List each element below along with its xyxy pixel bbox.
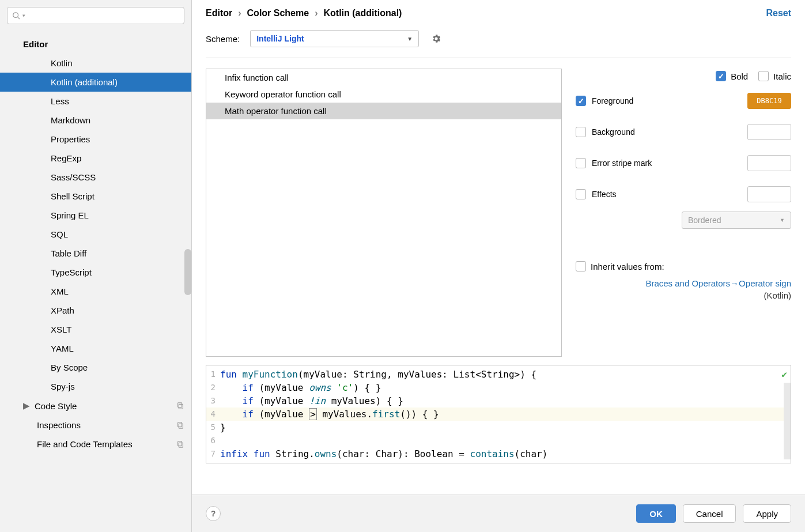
- inherit-label: Inherit values from:: [591, 262, 664, 271]
- foreground-checkbox[interactable]: [576, 96, 586, 106]
- effects-label: Effects: [592, 190, 617, 199]
- crumb-kotlin-additional: Kotlin (additional): [323, 8, 402, 18]
- svg-rect-4: [179, 424, 183, 428]
- svg-rect-3: [178, 403, 182, 408]
- crumb-color-scheme[interactable]: Color Scheme: [247, 8, 309, 18]
- tree-item-label: Kotlin: [51, 58, 73, 68]
- expand-arrow-icon[interactable]: ▶: [23, 401, 29, 411]
- tree-item-label: Spy-js: [51, 382, 75, 391]
- effects-type-select: Bordered ▼: [682, 212, 791, 229]
- tree-item-spy-js[interactable]: Spy-js: [0, 377, 191, 396]
- main-panel: Editor › Color Scheme › Kotlin (addition…: [192, 0, 805, 532]
- settings-tree[interactable]: Editor KotlinKotlin (additional)LessMark…: [0, 31, 191, 532]
- tree-item-by-scope[interactable]: By Scope: [0, 358, 191, 377]
- search-icon: [12, 12, 20, 20]
- tree-item-kotlin[interactable]: Kotlin: [0, 54, 191, 73]
- tree-item-kotlin-additional-[interactable]: Kotlin (additional): [0, 73, 191, 92]
- tree-item-label: Markdown: [51, 115, 90, 125]
- inherit-sub: (Kotlin): [576, 290, 791, 300]
- tree-item-regexp[interactable]: RegExp: [0, 149, 191, 168]
- background-swatch[interactable]: [747, 124, 791, 140]
- bold-checkbox[interactable]: Bold: [716, 71, 748, 81]
- tree-item-code-style[interactable]: ▶Code Style: [0, 396, 191, 416]
- tree-item-label: XSLT: [51, 325, 71, 334]
- tree-item-properties[interactable]: Properties: [0, 130, 191, 149]
- error-stripe-swatch[interactable]: [747, 155, 791, 171]
- tree-item-label: XPath: [51, 305, 74, 315]
- tree-item-xml[interactable]: XML: [0, 282, 191, 301]
- tree-item-label: Spring EL: [51, 210, 89, 220]
- scheme-gear-button[interactable]: [429, 32, 443, 46]
- copy-icon[interactable]: [176, 421, 184, 429]
- tree-item-typescript[interactable]: TypeScript: [0, 263, 191, 282]
- tree-item-shell-script[interactable]: Shell Script: [0, 187, 191, 206]
- tree-item-markdown[interactable]: Markdown: [0, 111, 191, 130]
- scheme-label: Scheme:: [206, 34, 240, 44]
- tree-item-sql[interactable]: SQL: [0, 225, 191, 244]
- code-preview[interactable]: ✔ 1fun myFunction(myValue: String, myVal…: [206, 365, 791, 463]
- tree-item-label: Shell Script: [51, 191, 95, 201]
- bold-label: Bold: [731, 71, 748, 81]
- tree-item-sass-scss[interactable]: Sass/SCSS: [0, 168, 191, 187]
- foreground-swatch[interactable]: DB8C19: [747, 93, 791, 109]
- gear-icon: [431, 33, 441, 44]
- copy-icon[interactable]: [176, 402, 184, 410]
- error-stripe-label: Error stripe mark: [592, 159, 652, 168]
- effects-checkbox[interactable]: [576, 189, 586, 199]
- color-element-keyword-operator-function-call[interactable]: Keyword operator function call: [206, 86, 561, 103]
- inspection-ok-icon[interactable]: ✔: [781, 368, 787, 381]
- checkbox-icon: [758, 71, 769, 81]
- tree-item-label: Code Style: [35, 401, 77, 411]
- tree-item-label: RegExp: [51, 153, 81, 163]
- help-button[interactable]: ?: [206, 506, 221, 521]
- preview-scrollbar[interactable]: [784, 383, 791, 459]
- tree-item-xpath[interactable]: XPath: [0, 301, 191, 320]
- breadcrumb: Editor › Color Scheme › Kotlin (addition…: [206, 8, 791, 18]
- tree-item-label: XML: [51, 286, 69, 296]
- foreground-label: Foreground: [592, 96, 633, 105]
- ok-button[interactable]: OK: [636, 504, 676, 523]
- svg-line-1: [18, 17, 20, 20]
- tree-item-spring-el[interactable]: Spring EL: [0, 206, 191, 225]
- reset-link[interactable]: Reset: [766, 8, 791, 18]
- tree-item-xslt[interactable]: XSLT: [0, 320, 191, 339]
- error-stripe-checkbox[interactable]: [576, 158, 586, 168]
- color-element-infix-function-call[interactable]: Infix function call: [206, 69, 561, 86]
- tree-item-label: Properties: [51, 134, 90, 144]
- settings-search[interactable]: ▾: [7, 7, 184, 24]
- chevron-down-icon: ▼: [407, 36, 413, 42]
- tree-item-label: Less: [51, 96, 69, 106]
- copy-icon[interactable]: [176, 440, 184, 448]
- tree-item-label: Kotlin (additional): [51, 77, 118, 87]
- crumb-sep: ›: [315, 8, 318, 18]
- tree-item-file-and-code-templates[interactable]: File and Code Templates: [0, 435, 191, 454]
- apply-button[interactable]: Apply: [743, 504, 791, 523]
- color-element-math-operator-function-call[interactable]: Math operator function call: [206, 103, 561, 119]
- tree-item-label: Inspections: [37, 420, 81, 430]
- tree-item-label: TypeScript: [51, 267, 92, 277]
- tree-item-less[interactable]: Less: [0, 92, 191, 111]
- effects-type-value: Bordered: [688, 216, 721, 225]
- tree-item-yaml[interactable]: YAML: [0, 339, 191, 358]
- crumb-editor[interactable]: Editor: [206, 8, 232, 18]
- inherit-link[interactable]: Braces and Operators→Operator sign: [576, 278, 791, 288]
- italic-checkbox[interactable]: Italic: [758, 71, 791, 81]
- tree-item-label: By Scope: [51, 363, 88, 372]
- svg-point-0: [13, 13, 18, 18]
- attributes-panel: Bold Italic Foreground DB8C19: [576, 69, 791, 357]
- svg-rect-5: [178, 422, 182, 427]
- inherit-checkbox[interactable]: Inherit values from:: [576, 261, 791, 271]
- background-label: Background: [592, 127, 635, 137]
- checkbox-icon: [716, 71, 726, 81]
- svg-rect-2: [179, 404, 183, 409]
- tree-item-label: Sass/SCSS: [51, 172, 96, 182]
- tree-item-table-diff[interactable]: Table Diff: [0, 244, 191, 263]
- cancel-button[interactable]: Cancel: [683, 504, 736, 523]
- tree-item-inspections[interactable]: Inspections: [0, 416, 191, 435]
- effects-swatch[interactable]: [747, 186, 791, 202]
- background-checkbox[interactable]: [576, 127, 586, 137]
- color-elements-list[interactable]: Infix function callKeyword operator func…: [206, 69, 562, 357]
- tree-section-editor[interactable]: Editor: [0, 35, 191, 54]
- tree-scrollbar[interactable]: [184, 249, 191, 295]
- scheme-select[interactable]: IntelliJ Light ▼: [250, 30, 419, 47]
